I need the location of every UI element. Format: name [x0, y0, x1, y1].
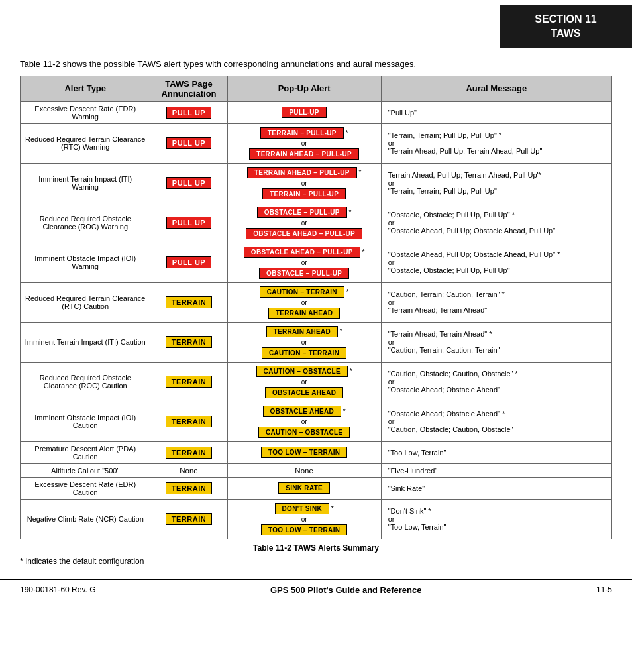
table-caption: Table 11-2 TAWS Alerts Summary — [20, 543, 612, 553]
page-footer: 190-00181-60 Rev. G GPS 500 Pilot's Guid… — [0, 579, 632, 600]
col-header-aural: Aural Message — [381, 76, 611, 101]
taws-annunciation-cell: TERRAIN — [150, 402, 227, 441]
footer-left: 190-00181-60 Rev. G — [20, 585, 96, 594]
popup-alert-cell: None — [227, 463, 381, 477]
table-row: Reduced Required Terrain Clearance (RTC)… — [21, 123, 612, 163]
popup-badge: OBSTACLE AHEAD – PULL-UP — [246, 228, 362, 239]
footer-center: GPS 500 Pilot's Guide and Reference — [270, 585, 422, 595]
table-row: Reduced Required Obstacle Clearance (ROC… — [21, 362, 612, 402]
popup-alert-cell: OBSTACLE AHEAD – PULL-UP *orOBSTACLE – P… — [227, 243, 381, 282]
popup-badge: SINK RATE — [278, 482, 330, 494]
popup-badge: OBSTACLE AHEAD – PULL-UP — [244, 247, 360, 258]
popup-badge: OBSTACLE – PULL-UP — [257, 207, 347, 218]
aural-message-cell: "Caution, Terrain; Caution, Terrain" *or… — [381, 282, 611, 322]
popup-alert-cell: TERRAIN AHEAD – PULL-UP *orTERRAIN – PUL… — [227, 163, 381, 203]
popup-badge: CAUTION – TERRAIN — [262, 347, 346, 359]
col-header-taws: TAWS Page Annunciation — [150, 76, 227, 101]
section-box: SECTION 11 TAWS — [500, 5, 632, 48]
table-row: Imminent Terrain Impact (ITI) WarningPUL… — [21, 163, 612, 203]
col-header-popup: Pop-Up Alert — [227, 76, 381, 101]
popup-badge: DON'T SINK — [275, 503, 329, 514]
annunciation-badge: PULL UP — [166, 177, 211, 189]
aural-message-cell: "Terrain Ahead; Terrain Ahead" *or"Cauti… — [381, 322, 611, 362]
popup-badge: TERRAIN AHEAD – PULL-UP — [247, 167, 357, 178]
annunciation-badge: TERRAIN — [166, 336, 212, 348]
taws-annunciation-cell: PULL UP — [150, 123, 227, 163]
table-row: Negative Climb Rate (NCR) CautionTERRAIN… — [21, 499, 612, 539]
annunciation-badge: PULL UP — [166, 137, 211, 149]
alert-type-cell: Excessive Descent Rate (EDR) Caution — [21, 477, 150, 499]
popup-alert-cell: CAUTION – TERRAIN *orTERRAIN AHEAD — [227, 282, 381, 322]
popup-alert-cell: TERRAIN AHEAD *orCAUTION – TERRAIN — [227, 322, 381, 362]
aural-message-cell: "Obstacle, Obstacle; Pull Up, Pull Up" *… — [381, 203, 611, 243]
table-row: Altitude Callout "500"NoneNone"Five-Hund… — [21, 463, 612, 477]
intro-text: Table 11-2 shows the possible TAWS alert… — [20, 59, 612, 69]
taws-annunciation-cell: TERRAIN — [150, 477, 227, 499]
table-row: Excessive Descent Rate (EDR) CautionTERR… — [21, 477, 612, 499]
taws-annunciation-cell: TERRAIN — [150, 282, 227, 322]
table-row: Reduced Required Obstacle Clearance (ROC… — [21, 203, 612, 243]
popup-alert-cell: DON'T SINK *orTOO LOW – TERRAIN — [227, 499, 381, 539]
popup-badge: TERRAIN AHEAD — [266, 326, 338, 337]
popup-badge: CAUTION – OBSTACLE — [258, 427, 350, 438]
popup-alert-cell: PULL-UP — [227, 101, 381, 123]
taws-annunciation-cell: None — [150, 463, 227, 477]
popup-badge: OBSTACLE – PULL-UP — [259, 268, 349, 279]
popup-badge: TERRAIN – PULL-UP — [262, 188, 346, 199]
aural-message-cell: "Pull Up" — [381, 101, 611, 123]
popup-badge: TOO LOW – TERRAIN — [261, 447, 347, 458]
footnote: * Indicates the default configuration — [20, 557, 612, 566]
alert-type-cell: Premature Descent Alert (PDA) Caution — [21, 441, 150, 463]
annunciation-badge: TERRAIN — [166, 416, 212, 427]
taws-annunciation-cell: PULL UP — [150, 163, 227, 203]
alert-type-cell: Altitude Callout "500" — [21, 463, 150, 477]
taws-annunciation-cell: PULL UP — [150, 203, 227, 243]
alert-type-cell: Imminent Obstacle Impact (IOI) Caution — [21, 402, 150, 441]
aural-message-cell: "Too Low, Terrain" — [381, 441, 611, 463]
popup-alert-cell: OBSTACLE AHEAD *orCAUTION – OBSTACLE — [227, 402, 381, 441]
alert-type-cell: Reduced Required Obstacle Clearance (ROC… — [21, 362, 150, 402]
aural-message-cell: "Don't Sink" *or"Too Low, Terrain" — [381, 499, 611, 539]
aural-message-cell: "Five-Hundred" — [381, 463, 611, 477]
aural-message-cell: "Obstacle Ahead, Pull Up; Obstacle Ahead… — [381, 243, 611, 282]
annunciation-badge: TERRAIN — [166, 513, 212, 525]
alert-type-cell: Reduced Required Terrain Clearance (RTC)… — [21, 282, 150, 322]
annunciation-badge: TERRAIN — [166, 296, 212, 308]
aural-message-cell: Terrain Ahead, Pull Up; Terrain Ahead, P… — [381, 163, 611, 203]
aural-message-cell: "Terrain, Terrain; Pull Up, Pull Up" *or… — [381, 123, 611, 163]
annunciation-badge: PULL UP — [166, 107, 211, 119]
taws-annunciation-cell: PULL UP — [150, 243, 227, 282]
annunciation-badge: PULL UP — [166, 256, 211, 268]
alert-type-cell: Imminent Obstacle Impact (IOI) Warning — [21, 243, 150, 282]
popup-badge: TERRAIN – PULL-UP — [260, 127, 344, 139]
aural-message-cell: "Caution, Obstacle; Caution, Obstacle" *… — [381, 362, 611, 402]
table-row: Reduced Required Terrain Clearance (RTC)… — [21, 282, 612, 322]
alert-type-cell: Negative Climb Rate (NCR) Caution — [21, 499, 150, 539]
alert-type-cell: Excessive Descent Rate (EDR) Warning — [21, 101, 150, 123]
popup-badge: PULL-UP — [282, 107, 326, 118]
table-row: Excessive Descent Rate (EDR) WarningPULL… — [21, 101, 612, 123]
popup-alert-cell: SINK RATE — [227, 477, 381, 499]
popup-badge: CAUTION – TERRAIN — [260, 286, 344, 298]
table-row: Imminent Obstacle Impact (IOI) WarningPU… — [21, 243, 612, 282]
popup-alert-cell: TOO LOW – TERRAIN — [227, 441, 381, 463]
popup-badge: OBSTACLE AHEAD — [265, 387, 343, 398]
alert-type-cell: Reduced Required Obstacle Clearance (ROC… — [21, 203, 150, 243]
popup-badge: TERRAIN AHEAD – PULL-UP — [249, 148, 359, 160]
page-header: SECTION 11 TAWS — [0, 0, 632, 51]
alert-type-cell: Imminent Terrain Impact (ITI) Warning — [21, 163, 150, 203]
taws-annunciation-cell: TERRAIN — [150, 362, 227, 402]
popup-alert-cell: OBSTACLE – PULL-UP *orOBSTACLE AHEAD – P… — [227, 203, 381, 243]
popup-alert-cell: TERRAIN – PULL-UP *orTERRAIN AHEAD – PUL… — [227, 123, 381, 163]
taws-annunciation-cell: TERRAIN — [150, 441, 227, 463]
table-row: Imminent Terrain Impact (ITI) CautionTER… — [21, 322, 612, 362]
annunciation-badge: PULL UP — [166, 217, 211, 229]
popup-badge: OBSTACLE AHEAD — [263, 406, 341, 417]
footer-right: 11-5 — [596, 585, 612, 594]
annunciation-badge: TERRAIN — [166, 376, 212, 388]
alert-type-cell: Reduced Required Terrain Clearance (RTC)… — [21, 123, 150, 163]
table-row: Premature Descent Alert (PDA) CautionTER… — [21, 441, 612, 463]
annunciation-badge: TERRAIN — [166, 482, 212, 494]
alert-type-cell: Imminent Terrain Impact (ITI) Caution — [21, 322, 150, 362]
table-row: Imminent Obstacle Impact (IOI) CautionTE… — [21, 402, 612, 441]
